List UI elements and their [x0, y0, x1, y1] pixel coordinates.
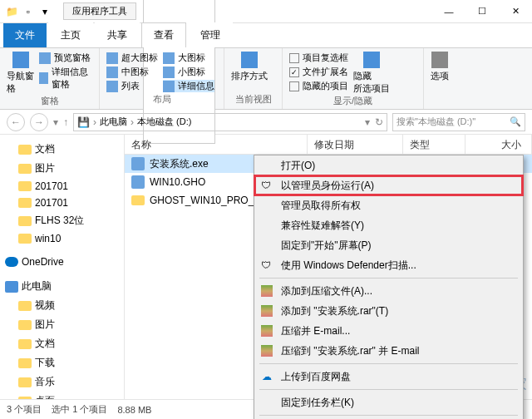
shield-icon	[259, 258, 274, 273]
folder-icon	[131, 195, 145, 205]
back-button[interactable]: ←	[7, 113, 25, 131]
rar-icon	[259, 303, 274, 318]
context-menu-item[interactable]: 使用 Windows Defender扫描...	[254, 255, 523, 275]
status-count: 3 个项目	[7, 403, 42, 416]
sidebar-item-label: 图片	[35, 161, 55, 175]
context-menu-item[interactable]: 打开(O)	[254, 155, 523, 175]
folder-icon	[18, 181, 32, 191]
sidebar-item[interactable]: win10	[3, 230, 121, 247]
sidebar-item[interactable]: 201701	[3, 178, 121, 195]
chk-extensions[interactable]: ✓文件扩展名	[289, 66, 348, 78]
tool-tab[interactable]: 应用程序工具	[63, 2, 136, 20]
sidebar-item[interactable]: 文档	[3, 334, 121, 353]
tab-manage[interactable]: 管理	[188, 22, 233, 47]
layout-details[interactable]: 详细信息	[163, 80, 214, 92]
details-pane-button[interactable]: 详细信息窗格	[39, 66, 92, 91]
maximize-button[interactable]: ☐	[466, 0, 499, 23]
folder-icon	[18, 301, 32, 311]
rar-icon	[259, 323, 274, 338]
folder-icon	[18, 234, 32, 244]
context-menu-item[interactable]: 压缩到 "安装系统.rar" 并 E-mail	[254, 341, 523, 361]
sidebar-item-label: 桌面	[35, 394, 55, 399]
chk-hidden[interactable]: 隐藏的项目	[289, 80, 348, 92]
sidebar-item[interactable]: 音乐	[3, 372, 121, 392]
dropdown-icon[interactable]: ▾	[365, 116, 370, 128]
rar-icon	[259, 343, 274, 358]
sidebar-item[interactable]: 图片	[3, 159, 121, 178]
sidebar-item[interactable]: 视频	[3, 296, 121, 315]
col-header-date[interactable]: 修改日期	[308, 135, 403, 154]
blank-icon	[259, 198, 274, 213]
sidebar-item[interactable]: FLHS 32位	[3, 211, 121, 230]
nav-pane-button[interactable]: 导航窗格	[7, 52, 34, 95]
exe-icon	[131, 157, 145, 170]
layout-s[interactable]: 小图标	[163, 66, 214, 78]
app-icon: 📁	[5, 5, 18, 18]
address-bar[interactable]: 💾 › 此电脑 › 本地磁盘 (D:) ▾ ↻	[73, 113, 387, 131]
col-header-size[interactable]: 大小	[466, 135, 532, 154]
qat-icon[interactable]: ▫	[22, 5, 35, 18]
status-size: 8.88 MB	[117, 405, 151, 415]
qat-dropdown-icon[interactable]: ▾	[38, 5, 52, 18]
sidebar-item[interactable]: 此电脑	[3, 277, 121, 296]
preview-pane-button[interactable]: 预览窗格	[39, 52, 92, 64]
col-header-type[interactable]: 类型	[403, 135, 466, 154]
tab-view[interactable]: 查看	[141, 22, 186, 47]
context-menu-item[interactable]: 固定到"开始"屏幕(P)	[254, 235, 523, 255]
blank-icon	[259, 158, 274, 173]
sidebar-item-label: 201701	[35, 180, 68, 192]
context-menu-item[interactable]: 兼容性疑难解答(Y)	[254, 215, 523, 235]
cloud-icon: ☁	[259, 369, 274, 384]
context-menu-item[interactable]: 以管理员身份运行(A)	[254, 175, 523, 195]
tab-share[interactable]: 共享	[95, 22, 140, 47]
folder-icon	[18, 145, 32, 155]
context-menu: 打开(O)以管理员身份运行(A)管理员取得所有权兼容性疑难解答(Y)固定到"开始…	[254, 155, 524, 419]
layout-xl[interactable]: 超大图标	[106, 52, 158, 64]
pc-icon	[5, 281, 18, 293]
tab-home[interactable]: 主页	[48, 22, 93, 47]
sidebar-item[interactable]: 下载	[3, 353, 121, 372]
context-menu-item[interactable]: 添加到压缩文件(A)...	[254, 281, 523, 301]
context-menu-item[interactable]: 压缩并 E-mail...	[254, 321, 523, 341]
context-menu-item[interactable]: 管理员取得所有权	[254, 195, 523, 215]
col-header-name[interactable]: 名称	[125, 135, 308, 154]
shield-icon	[259, 178, 274, 193]
refresh-icon[interactable]: ↻	[375, 116, 383, 128]
sidebar-item-label: 视频	[35, 298, 55, 313]
context-menu-item[interactable]: ☁上传到百度网盘	[254, 367, 523, 387]
close-button[interactable]: ✕	[499, 0, 532, 23]
ribbon-group-currentview: 当前视图	[231, 93, 275, 106]
minimize-button[interactable]: —	[432, 0, 466, 23]
options-button[interactable]: 选项	[431, 52, 449, 82]
sidebar-item[interactable]: 文档	[3, 140, 121, 159]
sidebar-item[interactable]: OneDrive	[3, 254, 121, 270]
ribbon-group-showhide: 显示/隐藏	[289, 95, 416, 107]
up-button[interactable]: ↑	[63, 116, 68, 128]
sidebar-item[interactable]: 桌面	[3, 392, 121, 399]
sidebar-item[interactable]: 201701	[3, 195, 121, 211]
file-icon	[131, 175, 145, 189]
sort-button[interactable]: 排序方式	[231, 52, 268, 82]
preview-pane-icon	[39, 52, 51, 64]
folder-icon	[18, 164, 32, 174]
tab-file[interactable]: 文件	[3, 23, 47, 47]
sidebar-item-label: 音乐	[35, 375, 55, 389]
layout-m[interactable]: 中图标	[106, 66, 158, 78]
recent-dropdown[interactable]: ▾	[53, 116, 58, 128]
forward-button[interactable]: →	[30, 113, 48, 131]
layout-l[interactable]: 大图标	[163, 52, 214, 64]
sidebar-item[interactable]: 图片	[3, 315, 121, 334]
hide-selected-button[interactable]: 隐藏 所选项目	[353, 52, 390, 95]
folder-icon	[18, 377, 32, 387]
layout-list[interactable]: 列表	[106, 80, 158, 92]
search-icon[interactable]: 🔍	[510, 116, 521, 127]
context-menu-item[interactable]: 固定到任务栏(K)	[254, 392, 523, 412]
details-pane-icon	[39, 72, 47, 84]
folder-icon	[18, 320, 32, 330]
blank-icon	[259, 395, 274, 410]
breadcrumb[interactable]: 本地磁盘 (D:)	[137, 116, 191, 128]
chk-itemcheckbox[interactable]: 项目复选框	[289, 52, 348, 64]
search-input[interactable]: 搜索"本地磁盘 (D:)" 🔍	[392, 113, 525, 131]
breadcrumb[interactable]: 此电脑	[100, 116, 127, 128]
context-menu-item[interactable]: 添加到 "安装系统.rar"(T)	[254, 301, 523, 321]
